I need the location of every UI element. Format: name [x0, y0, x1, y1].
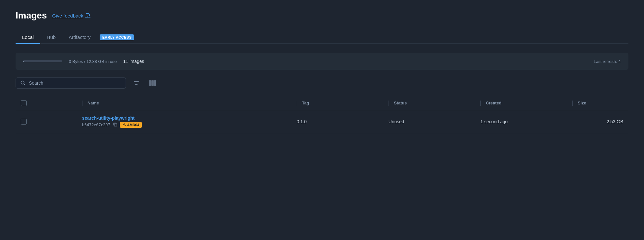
tab-artifactory[interactable]: Artifactory	[62, 31, 97, 44]
search-filter-row	[16, 78, 628, 89]
warning-icon: ⚠	[122, 123, 126, 127]
feedback-link[interactable]: Give feedback 🗨	[52, 13, 91, 18]
header-status: Status	[383, 96, 475, 110]
svg-line-1	[24, 84, 25, 85]
image-hash-row: b6472e07e297 ⚠ AMD64	[82, 122, 286, 128]
header-created: Created	[475, 96, 567, 110]
svg-rect-7	[154, 80, 156, 86]
header-tag: Tag	[291, 96, 383, 110]
columns-icon	[149, 80, 156, 86]
image-name-link[interactable]: search-utility-playwright	[82, 115, 286, 121]
header-checkbox-cell	[16, 96, 77, 110]
feedback-icon: 🗨	[85, 13, 90, 18]
svg-rect-5	[149, 80, 151, 86]
table-row: search-utility-playwright b6472e07e297 ⚠…	[16, 110, 628, 133]
row-size-cell: 2.53 GB	[567, 110, 628, 133]
row-checkbox-cell	[16, 110, 77, 133]
filter-button[interactable]	[131, 78, 142, 88]
col-divider	[480, 101, 481, 106]
header-checkbox[interactable]	[21, 100, 27, 106]
svg-rect-8	[114, 124, 117, 126]
image-hash: b6472e07e297	[82, 123, 110, 127]
col-divider	[82, 101, 82, 106]
row-name-cell: search-utility-playwright b6472e07e297 ⚠…	[77, 110, 291, 133]
images-table: Name Tag Status Created Size	[16, 96, 628, 133]
feedback-link-text: Give feedback	[52, 13, 83, 18]
storage-progress-bar	[23, 60, 62, 62]
search-wrapper	[16, 78, 126, 89]
row-checkbox[interactable]	[21, 119, 27, 125]
page-header: Images Give feedback 🗨	[16, 10, 628, 21]
svg-rect-6	[152, 80, 154, 86]
page-title: Images	[16, 10, 47, 21]
table-header-row: Name Tag Status Created Size	[16, 96, 628, 110]
storage-text: 0 Bytes / 12.38 GB in use	[69, 59, 117, 64]
row-tag-cell: 0.1.0	[291, 110, 383, 133]
search-icon	[20, 80, 26, 86]
search-input[interactable]	[29, 80, 121, 86]
copy-icon[interactable]	[113, 122, 117, 127]
col-divider	[572, 101, 573, 106]
early-access-badge: EARLY ACCESS	[100, 34, 134, 40]
images-count: 11 images	[123, 59, 144, 64]
storage-progress-fill	[23, 60, 24, 62]
tab-hub[interactable]: Hub	[40, 31, 62, 44]
filter-icon	[133, 80, 140, 86]
col-divider	[297, 101, 297, 106]
header-name: Name	[77, 96, 291, 110]
tabs-container: Local Hub Artifactory EARLY ACCESS	[16, 31, 628, 44]
row-status-cell: Unused	[383, 110, 475, 133]
col-divider	[389, 101, 389, 106]
last-refresh: Last refresh: 4	[594, 59, 621, 64]
columns-button[interactable]	[147, 78, 158, 88]
storage-bar: 0 Bytes / 12.38 GB in use 11 images Last…	[16, 53, 628, 70]
architecture-badge: ⚠ AMD64	[120, 122, 142, 128]
row-created-cell: 1 second ago	[475, 110, 567, 133]
tab-local[interactable]: Local	[16, 31, 40, 44]
header-size: Size	[567, 96, 628, 110]
